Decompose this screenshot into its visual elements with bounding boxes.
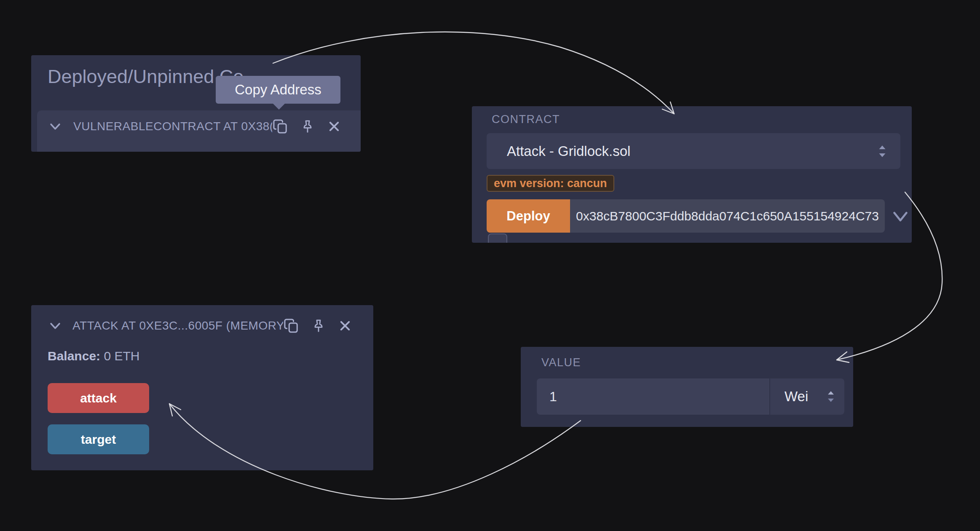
tooltip-label: Copy Address (235, 82, 321, 98)
balance-label: Balance: (48, 349, 100, 363)
screenshot-stage: Deployed/Unpinned Co VULNERABLECONTRACT … (0, 0, 980, 531)
attack-instance-panel: ATTACK AT 0XE3C...6005F (MEMORY Balance:… (31, 305, 373, 470)
value-amount-input[interactable] (537, 378, 769, 415)
deployed-contracts-panel: Deployed/Unpinned Co VULNERABLECONTRACT … (31, 55, 361, 152)
pin-icon[interactable] (311, 318, 326, 333)
chevron-down-icon[interactable] (48, 119, 62, 134)
attack-function-button[interactable]: attack (48, 383, 149, 413)
value-unit-value: Wei (785, 389, 825, 405)
target-function-button[interactable]: target (48, 424, 149, 454)
deploy-argument-input[interactable] (570, 199, 885, 233)
deployed-contract-label: VULNERABLECONTRACT AT 0X38( (73, 120, 272, 133)
value-row: Wei (537, 378, 844, 415)
deploy-row: Deploy (487, 199, 885, 233)
balance-line: Balance: 0 ETH (48, 349, 139, 363)
balance-value: 0 ETH (104, 349, 139, 363)
attack-instance-header[interactable]: ATTACK AT 0XE3C...6005F (MEMORY (31, 305, 373, 334)
select-spinner-icon (876, 143, 889, 159)
pin-icon[interactable] (300, 119, 315, 134)
evm-version-badge: evm version: cancun (487, 175, 614, 192)
deployed-panel-title: Deployed/Unpinned Co (48, 64, 244, 89)
value-section-label: VALUE (541, 356, 581, 369)
deployed-contract-row[interactable]: VULNERABLECONTRACT AT 0X38( (37, 110, 361, 152)
value-panel: VALUE Wei (521, 347, 853, 427)
copy-icon[interactable] (272, 118, 288, 134)
attack-instance-label: ATTACK AT 0XE3C...6005F (MEMORY (72, 319, 283, 333)
close-icon[interactable] (338, 319, 352, 333)
value-unit-select[interactable]: Wei (770, 378, 844, 415)
contract-select-value: Attack - Gridlock.sol (507, 143, 876, 159)
contract-select[interactable]: Attack - Gridlock.sol (487, 133, 900, 169)
contract-section-label: CONTRACT (492, 113, 560, 126)
copy-icon[interactable] (283, 318, 299, 334)
contract-deploy-panel: CONTRACT Attack - Gridlock.sol evm versi… (472, 106, 912, 243)
chevron-down-icon[interactable] (48, 319, 62, 333)
close-icon[interactable] (327, 119, 341, 134)
copy-address-tooltip: Copy Address (216, 76, 340, 104)
deploy-button[interactable]: Deploy (487, 199, 570, 233)
expand-args-chevron-icon[interactable] (891, 209, 910, 224)
clipped-checkbox[interactable] (488, 233, 507, 243)
unit-spinner-icon (825, 389, 837, 404)
